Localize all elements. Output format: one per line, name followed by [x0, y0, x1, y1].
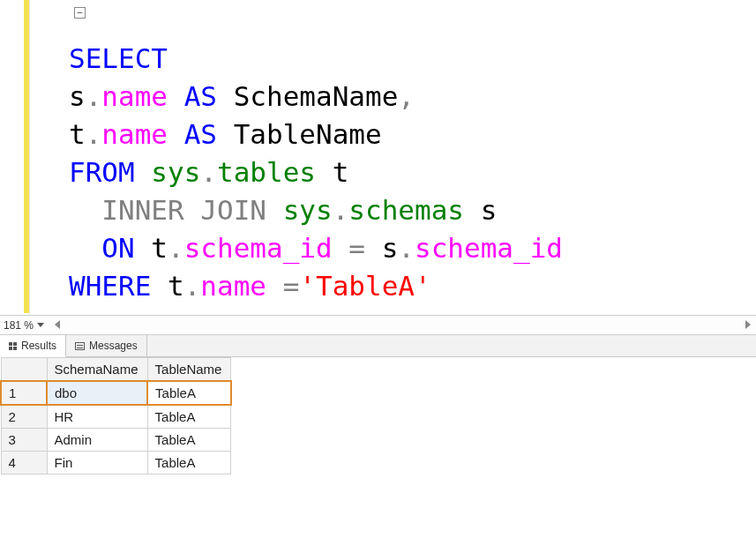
scroll-right-icon[interactable] — [745, 320, 751, 329]
keyword-where: WHERE — [69, 270, 151, 302]
col-schema-id: schema_id — [415, 232, 563, 264]
keyword-join: JOIN — [200, 194, 266, 226]
col-header-tablename[interactable]: TableName — [147, 358, 231, 382]
scroll-left-icon[interactable] — [55, 320, 60, 329]
col-schema-id: schema_id — [184, 232, 333, 264]
table-schemas: schemas — [348, 194, 464, 226]
label-schemaname: SchemaName — [234, 80, 399, 112]
dot: . — [168, 232, 184, 264]
chevron-down-icon[interactable] — [37, 323, 44, 327]
change-indicator — [24, 0, 29, 313]
table-row[interactable]: 1 dbo TableA — [1, 381, 231, 405]
results-panel: SchemaName TableName 1 dbo TableA 2 HR T… — [0, 357, 756, 474]
table-row[interactable]: 2 HR TableA — [1, 405, 231, 429]
dot: . — [333, 194, 349, 226]
result-tabs: Results Messages — [0, 335, 756, 357]
cell-schemaname[interactable]: HR — [47, 405, 147, 429]
table-tables: tables — [217, 156, 316, 188]
code-content[interactable]: −SELECT s.name AS SchemaName, t.name AS … — [30, 0, 563, 315]
alias-s: s — [382, 232, 399, 264]
dot: . — [86, 80, 102, 112]
editor-gutter — [0, 0, 30, 315]
grid-icon — [9, 342, 17, 350]
zoom-value[interactable]: 181 % — [4, 319, 34, 332]
schema-sys: sys — [283, 194, 333, 226]
tab-label: Messages — [89, 340, 138, 352]
cell-schemaname[interactable]: Admin — [47, 429, 147, 452]
op-eq: = — [348, 232, 365, 264]
row-number[interactable]: 3 — [1, 429, 47, 452]
keyword-as: AS — [184, 118, 217, 150]
keyword-from: FROM — [69, 156, 135, 188]
cell-tablename[interactable]: TableA — [147, 381, 231, 405]
col-header-schemaname[interactable]: SchemaName — [47, 358, 147, 382]
grid-corner[interactable] — [1, 358, 47, 382]
alias-t: t — [151, 232, 168, 264]
tab-results[interactable]: Results — [0, 335, 66, 357]
table-row[interactable]: 3 Admin TableA — [1, 429, 231, 452]
alias-t: t — [333, 156, 349, 188]
dot: . — [398, 232, 415, 264]
cell-tablename[interactable]: TableA — [147, 405, 231, 429]
label-tablename: TableName — [234, 118, 382, 150]
op-eq: = — [283, 270, 300, 302]
messages-icon — [75, 342, 85, 350]
dot: . — [184, 270, 201, 302]
col-name: name — [101, 80, 168, 112]
keyword-on: ON — [101, 232, 134, 264]
keyword-as: AS — [184, 80, 217, 112]
keyword-inner: INNER — [101, 194, 183, 226]
alias-t: t — [168, 270, 184, 302]
row-number[interactable]: 2 — [1, 405, 47, 429]
tab-label: Results — [21, 340, 56, 352]
col-name: name — [101, 118, 168, 150]
string-literal: 'TableA' — [299, 270, 430, 302]
alias-t: t — [69, 118, 86, 150]
dot: . — [200, 156, 217, 188]
table-row[interactable]: 4 Fin TableA — [1, 452, 231, 474]
sql-editor[interactable]: −SELECT s.name AS SchemaName, t.name AS … — [0, 0, 756, 316]
tab-messages[interactable]: Messages — [66, 335, 147, 356]
cell-schemaname[interactable]: dbo — [47, 381, 147, 405]
dot: . — [86, 118, 102, 150]
cell-tablename[interactable]: TableA — [147, 452, 231, 474]
keyword-select: SELECT — [69, 42, 168, 74]
schema-sys: sys — [151, 156, 200, 188]
col-name: name — [200, 270, 266, 302]
comma: , — [398, 80, 415, 112]
results-grid[interactable]: SchemaName TableName 1 dbo TableA 2 HR T… — [0, 357, 232, 474]
zoom-bar: 181 % — [0, 316, 756, 335]
horizontal-scrollbar[interactable] — [53, 318, 752, 333]
alias-s: s — [481, 194, 498, 226]
fold-toggle-icon[interactable]: − — [74, 7, 86, 19]
alias-s: s — [69, 80, 86, 112]
cell-schemaname[interactable]: Fin — [47, 452, 147, 474]
row-number[interactable]: 1 — [1, 381, 47, 405]
cell-tablename[interactable]: TableA — [147, 429, 231, 452]
row-number[interactable]: 4 — [1, 452, 47, 474]
